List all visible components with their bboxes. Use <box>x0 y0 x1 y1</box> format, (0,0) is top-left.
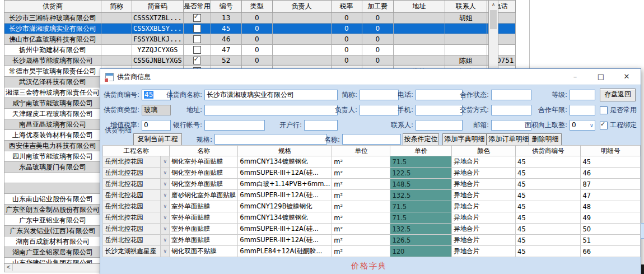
name-cell[interactable]: 室外单面贴膜 <box>170 201 238 212</box>
color-cell[interactable]: 异地合片 <box>452 212 516 224</box>
unit-cell[interactable]: m² <box>332 246 390 257</box>
price-cell[interactable]: 132.5 <box>390 224 452 235</box>
project-combo-cell[interactable]: 岳州北控花园∨ <box>103 201 170 212</box>
spec-filter-input[interactable] <box>214 134 327 145</box>
chevron-down-icon[interactable]: ∨ <box>160 235 169 245</box>
chevron-down-icon[interactable]: ∨ <box>160 201 169 212</box>
supplier-no-cell[interactable]: 45 <box>516 201 581 212</box>
spec-cell[interactable]: 6mmSUPER-III+12A(硅... <box>238 168 332 179</box>
project-combo-cell[interactable]: 岳州北控花园∨ <box>103 190 170 201</box>
spec-cell[interactable]: 6mmCNY134镀膜钢化 <box>238 156 332 168</box>
supplier-row[interactable]: 长沙市三湘特种玻璃有限公司CSSSXTZBL...✓13000胡姐 <box>4 13 516 24</box>
unit-cell[interactable]: m² <box>332 156 390 168</box>
name-cell[interactable]: 钢化室外单面贴膜 <box>170 179 238 190</box>
detail-no-cell[interactable]: 45 <box>581 156 641 168</box>
name-cell[interactable]: 钢化室外单面贴膜 <box>170 168 238 179</box>
color-cell[interactable]: 异地合片 <box>452 156 516 168</box>
detail-no-cell[interactable]: 48 <box>581 201 641 212</box>
minimize-button[interactable]: – <box>565 69 585 85</box>
bank-no-field[interactable] <box>204 120 265 131</box>
unit-cell[interactable]: m² <box>332 224 390 235</box>
name-cell[interactable]: 钢化室外单面贴膜 <box>170 156 238 168</box>
common-use-checkbox[interactable]: 是否常用 <box>600 105 637 115</box>
detail-no-cell[interactable]: 47 <box>581 190 641 201</box>
price-cell[interactable]: 132.5 <box>390 190 452 201</box>
spec-cell[interactable]: 6mmSUPER-III+12A(硅... <box>238 235 332 246</box>
grid-vertical-scrollbar[interactable]: ∧ <box>488 0 498 74</box>
price-cell[interactable]: 71.5 <box>390 212 452 224</box>
close-button[interactable]: ✕ <box>617 69 637 85</box>
save-return-button[interactable]: 存盘返回 <box>600 89 636 101</box>
checkbox-icon[interactable]: ✓ <box>193 14 201 22</box>
detail-no-cell[interactable]: 49 <box>581 212 641 224</box>
color-cell[interactable]: 异地合片 <box>452 179 516 190</box>
unit-cell[interactable]: m² <box>332 190 390 201</box>
chevron-down-icon[interactable]: ∨ <box>160 156 169 167</box>
spec-cell[interactable]: 6mmCNY134镀膜钢化 <box>238 212 332 224</box>
unit-cell[interactable]: m² <box>332 212 390 224</box>
project-combo[interactable]: 岳州北控花园∨ <box>103 224 169 234</box>
detail-no-cell[interactable]: 51 <box>581 235 641 246</box>
locate-button[interactable]: 按条件定位 <box>403 133 439 146</box>
chevron-down-icon[interactable]: ∨ <box>160 246 169 257</box>
project-combo[interactable]: 岳州北控花园∨ <box>103 168 169 178</box>
project-combo-cell[interactable]: 岳州北控花园∨ <box>103 168 170 179</box>
supplier-row[interactable]: 扬州中勤建材有限公司YZZQJCYXGS47000 <box>4 45 516 55</box>
spec-cell[interactable]: 6mmSUPER-III+12A(硅... <box>238 190 332 201</box>
supplier-no-cell[interactable]: 45 <box>516 224 581 235</box>
bank-field[interactable] <box>304 120 338 131</box>
scroll-left-icon[interactable]: < <box>4 264 13 271</box>
copy-project-button[interactable]: 复制当前工程 <box>133 133 182 146</box>
grade-field[interactable] <box>570 90 595 100</box>
checkbox-icon[interactable]: ✓ <box>193 57 201 64</box>
color-cell[interactable]: 异地合片 <box>452 201 516 212</box>
add-dict-detail-button[interactable]: 添加字典明细 <box>442 133 487 146</box>
project-combo[interactable]: 岳州北控花园∨ <box>103 201 169 212</box>
chevron-down-icon[interactable]: ∨ <box>160 224 169 234</box>
chevron-down-icon[interactable]: ∨ <box>160 168 169 178</box>
unit-cell[interactable]: m² <box>332 235 390 246</box>
project-combo[interactable]: 岳州北控花园∨ <box>103 156 169 167</box>
area-roundup-combo[interactable]: 0 ∨ <box>570 120 595 131</box>
spec-cell[interactable]: 6mmPLE84+12A(硅酮胶... <box>238 246 332 257</box>
checkbox-icon[interactable] <box>193 25 201 32</box>
checkbox-icon[interactable] <box>193 35 201 43</box>
project-combo-cell[interactable]: 岳州北控花园∨ <box>103 235 170 246</box>
name-cell[interactable]: 室外单面贴膜 <box>170 224 238 235</box>
supplier-no-cell[interactable]: 45 <box>516 246 581 257</box>
supplier-row[interactable]: 长沙市潇湘玻璃实业有限公司CSSXXBLSY...45000 <box>4 24 516 34</box>
project-combo-cell[interactable]: 岳州北控花园∨ <box>103 179 170 190</box>
name-cell[interactable]: 室外单面贴膜 <box>170 235 238 246</box>
color-cell[interactable]: 异地合片 <box>452 246 516 257</box>
price-cell[interactable]: 71.5 <box>390 156 452 168</box>
scrollbar-thumb[interactable] <box>490 10 497 29</box>
price-cell[interactable]: 122.5 <box>390 168 452 179</box>
scroll-up-icon[interactable]: ∧ <box>489 1 498 9</box>
price-cell[interactable]: 120 <box>390 246 452 257</box>
project-combo[interactable]: 岳州北控花园∨ <box>103 212 169 223</box>
detail-no-cell[interactable]: 87 <box>581 179 641 190</box>
detail-no-cell[interactable]: 66 <box>581 246 641 257</box>
price-cell[interactable]: 148.5 <box>390 179 452 190</box>
project-combo-cell[interactable]: 长沙龙湖祺鑫星座∨ <box>103 246 170 257</box>
supplier-row[interactable]: 佛山市亿鑫玻璃科技有限公司FSSYXBLKJ...46000 <box>4 34 516 45</box>
supplier-no-cell[interactable]: 45 <box>516 235 581 246</box>
project-combo[interactable]: 岳州北控花园∨ <box>103 190 169 201</box>
price-cell[interactable]: 126.5 <box>390 235 452 246</box>
checkbox-icon[interactable] <box>193 46 201 54</box>
chevron-down-icon[interactable]: ∨ <box>160 212 169 223</box>
project-bind-checkbox[interactable]: ✓工程绑定 <box>600 120 637 130</box>
unit-cell[interactable]: m² <box>332 179 390 190</box>
supplier-no-cell[interactable]: 45 <box>516 156 581 168</box>
spec-cell[interactable]: 6mmSUPER-III+12A(硅... <box>238 224 332 235</box>
name-cell[interactable]: 磨砂钢化室外单面贴膜 <box>170 190 238 201</box>
project-combo[interactable]: 岳州北控花园∨ <box>103 179 169 189</box>
spec-cell[interactable]: 6mm白玻+1.14PVB+6mm... <box>238 179 332 190</box>
detail-no-cell[interactable]: 50 <box>581 224 641 235</box>
chevron-down-icon[interactable]: ∨ <box>160 190 169 201</box>
supplier-row[interactable]: 长沙晟格节能玻璃有限公司CSSGJNBLYXGS✓52000陈姐180751 <box>4 55 516 66</box>
dialog-titlebar[interactable]: 供货商信息 – □ ✕ <box>100 69 641 85</box>
project-combo-cell[interactable]: 岳州北控花园∨ <box>103 212 170 224</box>
unit-cell[interactable]: m² <box>332 201 390 212</box>
color-cell[interactable]: 异地合片 <box>452 224 516 235</box>
